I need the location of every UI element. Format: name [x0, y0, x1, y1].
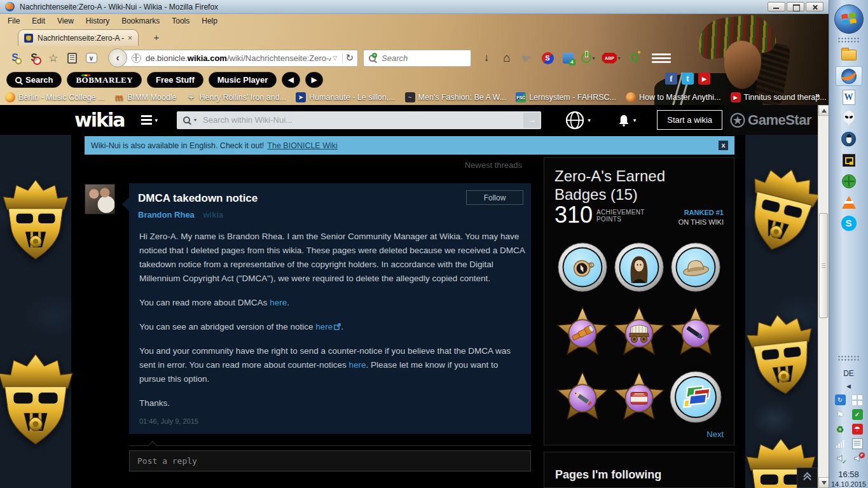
gamestar-brand[interactable]: GameStar [724, 105, 818, 135]
tray-avira-icon[interactable] [852, 424, 863, 435]
menu-view[interactable]: View [57, 17, 74, 25]
taskbar-explorer[interactable] [836, 45, 862, 65]
wiki-search-submit-icon[interactable] [523, 113, 540, 128]
reading-list-icon[interactable] [64, 50, 81, 66]
menu-history[interactable]: History [86, 17, 109, 25]
wikia-logo[interactable]: wikia [74, 111, 124, 130]
downloads-icon[interactable] [478, 50, 495, 66]
bookmark-master[interactable]: How to Master Anythi... [626, 92, 721, 102]
reload-icon[interactable] [345, 52, 354, 64]
post-reply-input[interactable] [129, 450, 531, 471]
send-tab-icon[interactable] [518, 50, 536, 66]
bookmark-lernsystem[interactable]: FSCLernsystem - FAHRSC... [516, 92, 616, 102]
newest-threads-label[interactable]: Newest threads [129, 160, 522, 170]
home-icon[interactable] [498, 50, 516, 66]
tray-scheduler-icon[interactable] [852, 438, 863, 449]
maximize-button[interactable] [787, 2, 804, 11]
scrapbook-s-icon[interactable] [25, 50, 43, 66]
downthemall-icon[interactable] [559, 50, 577, 66]
wikia-global-nav-globe[interactable] [565, 111, 591, 130]
taskbar-vlc[interactable] [836, 192, 862, 212]
taskbar-alienware[interactable] [836, 108, 862, 128]
tray-volume-ok-icon[interactable] [835, 453, 846, 464]
menu-help[interactable]: Help [202, 17, 217, 25]
noscript-icon[interactable] [579, 50, 597, 66]
author-link[interactable]: Brandon Rhea [138, 210, 195, 220]
dmca-here-link[interactable]: here [270, 298, 287, 307]
scrollbar-down-arrow[interactable] [818, 477, 829, 488]
bookmark-berlin[interactable]: Berlin - Music College ... [5, 92, 104, 102]
youtube-icon[interactable]: ▶ [698, 73, 710, 85]
tray-green-check-icon[interactable] [852, 409, 863, 420]
menu-file[interactable]: File [8, 17, 20, 25]
bookmark-musicplayer-pill[interactable]: Music Player [209, 72, 277, 88]
bookmark-humanaute[interactable]: ➤Humanaute - Le sillon,... [296, 92, 396, 102]
stylish-globe-icon[interactable]: S [539, 50, 556, 66]
page-scrollbar[interactable] [818, 105, 829, 488]
close-button[interactable] [806, 2, 823, 11]
bookmark-next-arrow[interactable] [305, 72, 323, 88]
new-tab-button[interactable]: + [148, 32, 165, 44]
notice-close-icon[interactable]: X [719, 141, 728, 150]
minimize-button[interactable] [768, 2, 785, 11]
wiki-nav-menu-icon[interactable] [141, 115, 158, 125]
badge-mona-lisa[interactable] [612, 239, 666, 295]
taskbar-word[interactable] [836, 87, 862, 107]
pocket-icon[interactable] [83, 50, 100, 66]
bookmark-search-pill[interactable]: Search [6, 72, 62, 88]
bookmark-star-icon[interactable] [45, 50, 62, 66]
wiki-search-input[interactable] [202, 115, 523, 125]
taskbar-date[interactable]: 14.10.2015 [831, 480, 866, 488]
bookmark-henry[interactable]: ⚘Henry Rollins' Iron and... [186, 92, 286, 102]
tray-volume-muted-icon[interactable] [852, 453, 863, 464]
menu-edit[interactable]: Edit [32, 17, 45, 25]
bookmark-freestuff-pill[interactable]: Free Stuff [147, 72, 203, 88]
bookmarks-overflow-chevron[interactable]: » [815, 90, 820, 100]
badge-name-tag[interactable] [612, 369, 666, 425]
taskbar-firefox-active[interactable] [836, 66, 862, 86]
counter-notice-here-link[interactable]: here [348, 360, 366, 370]
notice-here-link[interactable]: here [315, 322, 333, 331]
taskbar-skype[interactable] [836, 213, 862, 233]
badge-explorer-hat[interactable] [668, 239, 723, 295]
tray-update-icon[interactable] [835, 394, 846, 405]
author-avatar[interactable] [85, 184, 115, 214]
start-a-wikia-button[interactable]: Start a wikia [657, 110, 722, 130]
taskbar-putty[interactable] [836, 150, 862, 170]
bookmark-bimm[interactable]: mBIMM Moodle [114, 92, 176, 102]
scroll-to-top-button[interactable] [797, 468, 818, 488]
search-input[interactable] [380, 53, 465, 64]
badge-spyglass[interactable] [555, 304, 610, 360]
search-engine-icon[interactable] [369, 55, 376, 62]
bookmark-mens-fashion[interactable]: ~Men's Fashion: Be A W... [405, 92, 507, 102]
adblock-plus-icon[interactable]: ABP [600, 50, 623, 66]
facebook-icon[interactable]: f [665, 73, 677, 85]
search-box[interactable] [363, 50, 471, 67]
hamburger-menu-icon[interactable] [652, 50, 671, 66]
taskbar-browser-penguin[interactable] [836, 129, 862, 149]
tray-recycle-icon[interactable] [835, 424, 846, 435]
menu-bookmarks[interactable]: Bookmarks [121, 17, 160, 25]
badge-pen[interactable] [668, 304, 723, 360]
badge-pencil[interactable] [555, 369, 610, 425]
notice-link[interactable]: The BIONICLE Wiki [267, 141, 337, 150]
start-button[interactable] [834, 4, 864, 34]
back-button[interactable] [108, 48, 127, 67]
tray-windows-flag-icon[interactable] [852, 394, 863, 405]
site-identity-globe-icon[interactable] [132, 53, 141, 63]
menu-tools[interactable]: Tools [172, 17, 189, 25]
fastestfox-icon[interactable]: Q [625, 50, 643, 66]
notifications-bell[interactable] [617, 114, 637, 127]
taskbar-clock[interactable]: 16:58 [838, 470, 859, 479]
tab-close-icon[interactable]: × [128, 34, 132, 43]
twitter-icon[interactable]: t [682, 73, 694, 85]
tray-signal-icon[interactable] [835, 438, 846, 449]
scrollbar-thumb[interactable] [819, 213, 828, 318]
wiki-search-bar[interactable] [177, 111, 541, 129]
badge-layout-flags[interactable] [668, 369, 723, 425]
wiki-search-scope-caret[interactable] [194, 117, 196, 123]
tray-flag-icon[interactable] [835, 409, 846, 420]
show-hidden-icons-arrow[interactable] [846, 383, 851, 389]
taskbar-green-globe[interactable] [836, 171, 862, 191]
scrollbar-up-arrow[interactable] [818, 105, 829, 116]
